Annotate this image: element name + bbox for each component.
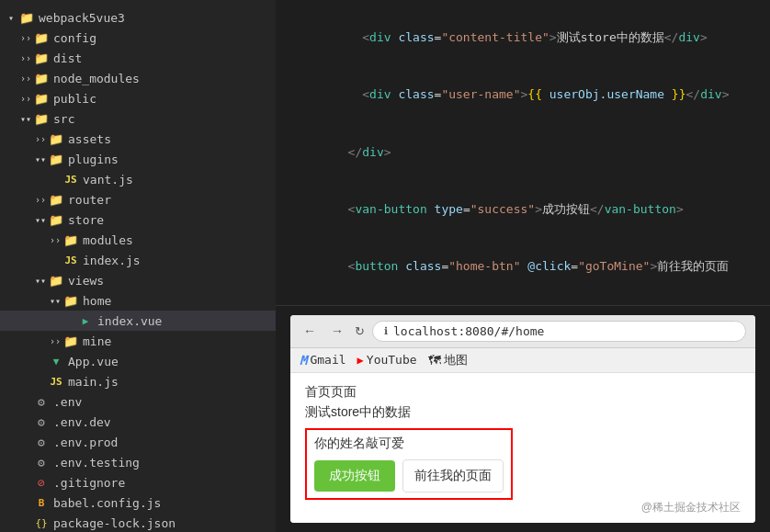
folder-icon: 📁: [62, 334, 79, 348]
code-line-3: </div>: [290, 124, 755, 181]
node-modules-label: node_modules: [53, 72, 140, 85]
gitignore-label: .gitignore: [53, 476, 125, 490]
folder-icon: 📁: [62, 294, 79, 308]
page-subtitle: 测试store中的数据: [305, 404, 741, 421]
folder-icon: 📁: [33, 31, 50, 45]
folder-icon: 📁: [33, 112, 50, 126]
gitignore-icon: ⊘: [33, 476, 50, 490]
spacer: [33, 377, 48, 387]
tree-main-js[interactable]: JS main.js: [0, 371, 276, 391]
src-label: src: [53, 112, 74, 126]
back-button[interactable]: ←: [300, 322, 320, 340]
tree-node-modules[interactable]: › 📁 node_modules: [0, 68, 276, 88]
tree-home[interactable]: ▾ 📁 home: [0, 290, 276, 311]
babel-label: babel.config.js: [53, 496, 161, 510]
tree-gitignore[interactable]: ⊘ .gitignore: [0, 472, 276, 492]
tree-public[interactable]: › 📁 public: [0, 88, 276, 108]
babel-icon: B: [33, 497, 50, 509]
code-editor: <div class="content-title">测试store中的数据</…: [276, 0, 770, 306]
tree-env-dev[interactable]: ⚙ .env.dev: [0, 412, 276, 432]
app-vue-label: App.vue: [68, 355, 119, 368]
arrow-icon: ›: [18, 53, 33, 63]
home-label: home: [83, 294, 111, 308]
tree-package-lock[interactable]: {} package-lock.json: [0, 513, 276, 532]
folder-icon: 📁: [33, 92, 50, 106]
mine-label: mine: [83, 334, 111, 348]
spacer: [48, 255, 62, 266]
bookmark-maps[interactable]: 🗺 地图: [428, 352, 468, 368]
folder-icon: 📁: [33, 72, 50, 85]
spacer: [62, 316, 77, 326]
refresh-button[interactable]: ↻: [355, 324, 365, 338]
tree-app-vue[interactable]: ▼ App.vue: [0, 351, 276, 371]
watermark-text: @稀土掘金技术社区: [641, 500, 741, 515]
arrow-icon: ›: [18, 33, 33, 43]
browser-nav-bar: ← → ↻ ℹ localhost:8080/#/home: [290, 315, 755, 348]
spacer: [18, 498, 33, 508]
store-index-label: index.js: [83, 254, 141, 267]
tree-src[interactable]: ▾ 📁 src: [0, 108, 276, 129]
code-line-4: <van-button type="success">成功按钮</van-but…: [290, 181, 755, 238]
arrow-icon: ▾: [48, 296, 62, 306]
file-explorer: 📁 webpack5vue3 › 📁 config › 📁 dist › 📁 n…: [0, 0, 276, 532]
bookmark-gmail[interactable]: M Gmail: [300, 353, 346, 368]
tree-env[interactable]: ⚙ .env: [0, 391, 276, 412]
success-button[interactable]: 成功按钮: [314, 460, 395, 492]
arrow-icon: ›: [18, 94, 33, 104]
tree-dist[interactable]: › 📁 dist: [0, 48, 276, 68]
folder-icon: 📁: [62, 233, 79, 247]
modules-label: modules: [83, 233, 133, 247]
arrow-icon: [4, 13, 18, 23]
tree-assets[interactable]: › 📁 assets: [0, 129, 276, 149]
tree-plugins[interactable]: ▾ 📁 plugins: [0, 149, 276, 169]
gmail-label: Gmail: [310, 353, 345, 367]
dot-icon: ⚙: [33, 415, 50, 429]
right-panel: <div class="content-title">测试store中的数据</…: [276, 0, 770, 532]
maps-label: 地图: [444, 352, 468, 368]
url-bar[interactable]: ℹ localhost:8080/#/home: [372, 321, 746, 342]
tree-vant-js[interactable]: JS vant.js: [0, 169, 276, 189]
forward-button[interactable]: →: [327, 322, 347, 340]
tree-env-prod[interactable]: ⚙ .env.prod: [0, 432, 276, 452]
tree-store-index-js[interactable]: JS index.js: [0, 250, 276, 270]
vant-js-label: vant.js: [83, 173, 133, 187]
env-testing-label: .env.testing: [53, 456, 140, 470]
maps-icon: 🗺: [428, 353, 441, 368]
highlight-box: 你的姓名敲可爱 成功按钮 前往我的页面: [305, 428, 513, 500]
arrow-icon: ▾: [33, 215, 48, 225]
spacer: [48, 175, 62, 185]
dot-icon: ⚙: [33, 456, 50, 470]
router-label: router: [68, 193, 111, 207]
spacer: [33, 357, 48, 367]
youtube-label: YouTube: [367, 353, 417, 367]
tree-modules[interactable]: › 📁 modules: [0, 230, 276, 250]
code-line-1: <div class="content-title">测试store中的数据</…: [290, 9, 755, 66]
views-label: views: [68, 274, 104, 288]
code-line-5: <button class="home-btn" @click="goToMin…: [290, 239, 755, 296]
tree-env-testing[interactable]: ⚙ .env.testing: [0, 452, 276, 472]
page-title: 首页页面: [305, 384, 741, 401]
arrow-icon: ▾: [18, 114, 33, 124]
plugins-label: plugins: [68, 153, 119, 166]
arrow-icon: ›: [48, 336, 62, 346]
tree-store[interactable]: ▾ 📁 store: [0, 209, 276, 230]
root-label: webpack5vue3: [39, 11, 125, 25]
browser-page-content: 首页页面 测试store中的数据 你的姓名敲可爱 成功按钮 前往我的页面 @稀土…: [290, 373, 755, 523]
url-text: localhost:8080/#/home: [393, 324, 544, 338]
spacer: [18, 478, 33, 488]
env-label: .env: [53, 395, 82, 409]
spacer: [18, 518, 33, 528]
tree-root[interactable]: 📁 webpack5vue3: [0, 7, 276, 28]
name-cute-text: 你的姓名敲可爱: [314, 436, 504, 452]
tree-config[interactable]: › 📁 config: [0, 28, 276, 48]
tree-views[interactable]: ▾ 📁 views: [0, 270, 276, 290]
tree-index-vue[interactable]: ▶ index.vue: [0, 311, 276, 331]
tree-babel[interactable]: B babel.config.js: [0, 492, 276, 513]
tree-router[interactable]: › 📁 router: [0, 189, 276, 209]
arrow-icon: ›: [18, 74, 33, 84]
vue-icon: ▼: [48, 356, 64, 368]
goto-mine-button[interactable]: 前往我的页面: [402, 459, 504, 492]
tree-mine[interactable]: › 📁 mine: [0, 331, 276, 351]
bookmark-youtube[interactable]: ▶ YouTube: [357, 353, 417, 367]
folder-icon: 📁: [48, 193, 64, 207]
